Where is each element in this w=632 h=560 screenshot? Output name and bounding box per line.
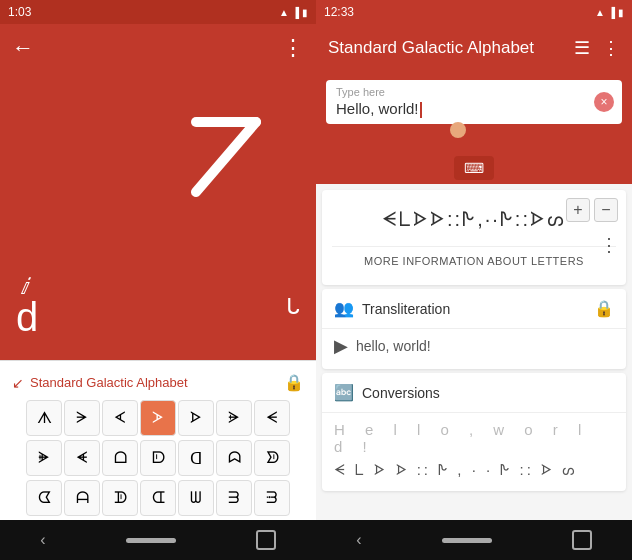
more-options-right-icon[interactable]: ⋮ — [602, 37, 620, 59]
key-r1-c7[interactable]: ᗕ — [254, 400, 290, 436]
input-placeholder: Type here — [336, 86, 586, 98]
key-r2-c2[interactable]: ᗛ — [64, 440, 100, 476]
transliteration-title: 👥 Transliteration — [334, 299, 450, 318]
key-r3-c6[interactable]: ᗱ — [216, 480, 252, 516]
transliteration-header: 👥 Transliteration 🔒 — [322, 289, 626, 328]
key-r1-c1[interactable]: ᗑ — [26, 400, 62, 436]
right-bracket-char: ᒐ — [286, 294, 300, 320]
key-r1-c4-highlighted[interactable]: ᗆ — [140, 400, 176, 436]
large-slash-char — [186, 112, 266, 202]
left-back-nav-icon[interactable]: ‹ — [40, 531, 45, 549]
key-r2-c4[interactable]: ᗟ — [140, 440, 176, 476]
right-back-nav-icon[interactable]: ‹ — [356, 531, 361, 549]
more-options-icon[interactable]: ⋮ — [282, 35, 304, 61]
right-battery-icon: ▮ — [618, 7, 624, 18]
back-icon[interactable]: ← — [12, 35, 34, 61]
more-info-button[interactable]: MORE INFORMATION ABOUT LETTERS — [332, 246, 616, 275]
play-row: ▶ hello, world! — [322, 328, 626, 369]
right-toolbar-icons: ☰ ⋮ — [574, 37, 620, 59]
main-content: + − ⋮ ᗕᒪᗌᗌ::ᗃ,··ᗃ::ᗌᔕ MORE INFORMATION A… — [316, 184, 632, 520]
input-value[interactable]: Hello, world! — [336, 100, 586, 118]
galactic-more-button[interactable]: ⋮ — [600, 234, 618, 256]
conversions-header: 🔤 Conversions — [322, 373, 626, 412]
right-title: Standard Galactic Alphabet — [328, 38, 534, 58]
left-bottom-nav: ‹ — [0, 520, 316, 560]
key-r1-c5[interactable]: ᗌ — [178, 400, 214, 436]
keyboard-title-arrow: ↙ — [12, 375, 24, 391]
key-r3-c3[interactable]: ᗫ — [102, 480, 138, 516]
input-area: Type here Hello, world! × — [316, 72, 632, 148]
hello-world-spaced-text: H e l l o , w o r l d ! — [334, 421, 614, 455]
conversions-title: Conversions — [362, 385, 440, 401]
key-r2-c1[interactable]: ᗙ — [26, 440, 62, 476]
big-d-char: d — [16, 295, 38, 340]
conversions-content: H e l l o , w o r l d ! ᗕ ᒪ ᗌ ᗌ :: ᗃ , ·… — [322, 412, 626, 491]
keyboard-row-3: ᗧ ᗩ ᗫ ᗭ ᗯ ᗱ ᗳ — [4, 480, 312, 516]
key-r2-c7[interactable]: ᗥ — [254, 440, 290, 476]
conversions-icon: 🔤 — [334, 383, 354, 402]
keyboard-title: ↙ Standard Galactic Alphabet — [12, 375, 188, 391]
text-cursor — [420, 102, 422, 118]
key-r3-c7[interactable]: ᗳ — [254, 480, 290, 516]
right-status-bar: 12:33 ▲ ▐ ▮ — [316, 0, 632, 24]
key-r1-c6[interactable]: ᗓ — [216, 400, 252, 436]
right-bottom-nav: ‹ — [316, 520, 632, 560]
key-r3-c1[interactable]: ᗧ — [26, 480, 62, 516]
key-r1-c3[interactable]: ᗉ — [102, 400, 138, 436]
conversions-card: 🔤 Conversions H e l l o , w o r l d ! ᗕ … — [322, 373, 626, 491]
input-box[interactable]: Type here Hello, world! × — [326, 80, 622, 124]
keyboard-lock-icon[interactable]: 🔒 — [284, 373, 304, 392]
right-signal-icon: ▐ — [608, 7, 615, 18]
signal-icon: ▐ — [292, 7, 299, 18]
transliteration-card: 👥 Transliteration 🔒 ▶ hello, world! — [322, 289, 626, 369]
right-home-bar[interactable] — [442, 538, 492, 543]
zoom-in-button[interactable]: + — [566, 198, 590, 222]
wifi-icon: ▲ — [279, 7, 289, 18]
left-panel: 1:03 ▲ ▐ ▮ ← ⋮ ⅈ d ᒐ ↙ Standard Galactic… — [0, 0, 316, 560]
galactic-converted-text: ᗕ ᒪ ᗌ ᗌ :: ᗃ , · · ᗃ :: ᗌ ᔕ — [334, 461, 614, 479]
right-recents-icon[interactable] — [572, 530, 592, 550]
key-r2-c6[interactable]: ᗣ — [216, 440, 252, 476]
keyboard-panel: ↙ Standard Galactic Alphabet 🔒 ᗑ ᗒ ᗉ ᗆ ᗌ… — [0, 360, 316, 520]
key-r2-c5[interactable]: ᗡ — [178, 440, 214, 476]
left-status-bar: 1:03 ▲ ▐ ▮ — [0, 0, 316, 24]
left-home-bar[interactable] — [126, 538, 176, 543]
play-button[interactable]: ▶ — [334, 335, 348, 357]
left-toolbar: ← ⋮ — [0, 24, 316, 72]
key-r3-c5[interactable]: ᗯ — [178, 480, 214, 516]
right-wifi-icon: ▲ — [595, 7, 605, 18]
key-r1-c2[interactable]: ᗒ — [64, 400, 100, 436]
left-time: 1:03 — [8, 5, 31, 19]
left-recents-icon[interactable] — [256, 530, 276, 550]
keyboard-rows: ᗑ ᗒ ᗉ ᗆ ᗌ ᗓ ᗕ ᗙ ᗛ ᗝ ᗟ ᗡ ᗣ ᗥ ᗧ ᗩ — [4, 400, 312, 516]
svg-line-0 — [196, 122, 256, 192]
right-time: 12:33 — [324, 5, 354, 19]
left-status-icons: ▲ ▐ ▮ — [279, 7, 308, 18]
list-icon[interactable]: ☰ — [574, 37, 590, 59]
right-toolbar: Standard Galactic Alphabet ☰ ⋮ — [316, 24, 632, 72]
key-r3-c4[interactable]: ᗭ — [140, 480, 176, 516]
zoom-out-button[interactable]: − — [594, 198, 618, 222]
keyboard-toggle-button[interactable]: ⌨ — [454, 156, 494, 180]
right-status-icons: ▲ ▐ ▮ — [595, 7, 624, 18]
galactic-controls: + − — [566, 198, 618, 222]
galactic-display-card: + − ⋮ ᗕᒪᗌᗌ::ᗃ,··ᗃ::ᗌᔕ MORE INFORMATION A… — [322, 190, 626, 285]
key-r3-c2[interactable]: ᗩ — [64, 480, 100, 516]
input-clear-button[interactable]: × — [594, 92, 614, 112]
keyboard-toggle-area: ⌨ — [316, 148, 632, 184]
left-content-area: ⅈ d ᒐ — [0, 72, 316, 360]
right-panel: 12:33 ▲ ▐ ▮ Standard Galactic Alphabet ☰… — [316, 0, 632, 560]
keyboard-title-text: Standard Galactic Alphabet — [30, 375, 188, 390]
transliteration-lock-icon[interactable]: 🔒 — [594, 299, 614, 318]
key-r2-c3[interactable]: ᗝ — [102, 440, 138, 476]
keyboard-header: ↙ Standard Galactic Alphabet 🔒 — [4, 369, 312, 400]
keyboard-row-1: ᗑ ᗒ ᗉ ᗆ ᗌ ᗓ ᗕ — [4, 400, 312, 436]
battery-icon: ▮ — [302, 7, 308, 18]
keyboard-row-2: ᗙ ᗛ ᗝ ᗟ ᗡ ᗣ ᗥ — [4, 440, 312, 476]
transliteration-icon: 👥 — [334, 299, 354, 318]
play-text: hello, world! — [356, 338, 431, 354]
input-slider-handle[interactable] — [450, 122, 466, 138]
